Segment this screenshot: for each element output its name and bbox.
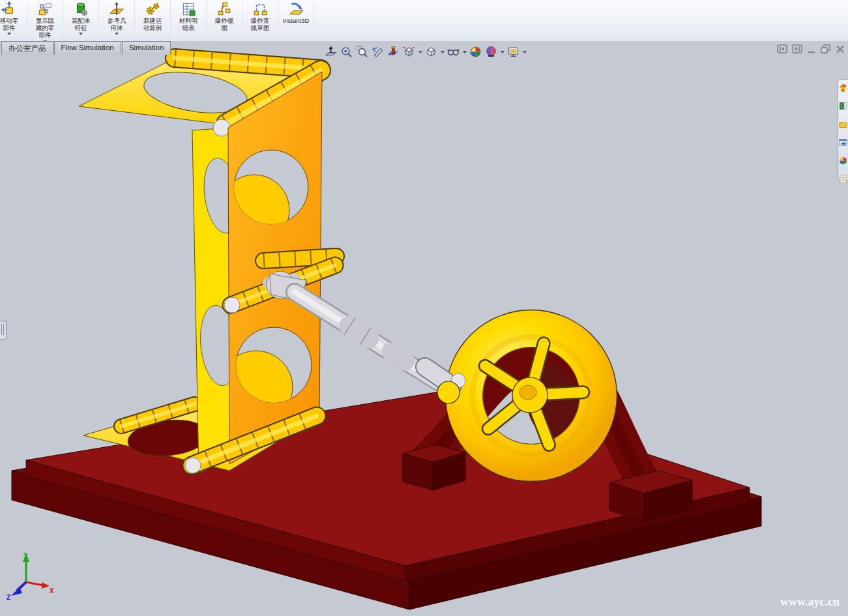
button-label: 移动零 部件 [0, 17, 18, 31]
model-viewport[interactable]: Y X Z www.ayc.cn [0, 41, 848, 616]
view-settings-dropdown-caret[interactable] [523, 51, 527, 53]
normal-to-icon[interactable] [324, 45, 338, 59]
graphics-area[interactable]: Y X Z www.ayc.cn 办公室产品 Flow Simulation S… [0, 41, 848, 616]
reference-geometry-button[interactable]: 参考几 何体 [99, 0, 135, 41]
view-palette-icon[interactable] [839, 138, 847, 149]
move-component-icon [1, 1, 17, 17]
feature-manager-collapsed-tab[interactable] [0, 321, 7, 340]
display-style-icon[interactable] [424, 45, 438, 59]
button-label: 爆炸视 图 [215, 17, 234, 31]
window-controls [777, 44, 845, 53]
display-style-dropdown-caret[interactable] [441, 51, 445, 53]
exploded-view-icon [216, 1, 232, 17]
task-pane-strip [838, 80, 848, 181]
appearances-scenes-icon[interactable] [839, 156, 847, 168]
dropdown-caret-icon[interactable] [79, 33, 83, 35]
collapse-right-pane-button[interactable] [792, 44, 802, 53]
collapse-left-pane-button[interactable] [777, 44, 787, 53]
hide-show-items-dropdown-caret[interactable] [463, 51, 467, 53]
previous-view-icon[interactable] [371, 45, 385, 59]
command-manager-tabs: 办公室产品 Flow Simulation Simulation [1, 41, 171, 55]
button-label: 显示隐 藏的零 部件 [36, 17, 55, 39]
show-hidden-components-button[interactable]: 显示隐 藏的零 部件 [27, 0, 63, 41]
button-label: 参考几 何体 [108, 17, 126, 31]
dropdown-caret-icon[interactable] [7, 33, 11, 35]
view-orientation-dropdown-caret[interactable] [418, 51, 422, 53]
button-label: 材料明 细表 [179, 17, 198, 31]
minimize-button[interactable] [807, 45, 816, 53]
exploded-view-button[interactable]: 爆炸视 图 [207, 0, 242, 41]
custom-properties-icon[interactable] [839, 174, 847, 186]
solidworks-resources-home-icon[interactable] [839, 83, 847, 95]
triad-y-label: Y [23, 552, 28, 559]
restore-button[interactable] [821, 44, 831, 53]
hinge-top-back [175, 58, 321, 69]
bill-of-materials-button[interactable]: 材料明 细表 [171, 0, 207, 41]
triad-x-label: X [50, 587, 54, 594]
apply-scene-dropdown-caret[interactable] [501, 51, 504, 53]
heads-up-view-toolbar [324, 45, 527, 59]
view-orientation-icon[interactable] [402, 45, 416, 59]
file-explorer-icon[interactable] [839, 119, 847, 131]
new-motion-study-icon [145, 1, 160, 17]
model-folding-tower[interactable] [79, 58, 336, 473]
assembly-features-button[interactable]: 装配体 特征 [63, 0, 99, 41]
apply-scene-icon[interactable] [484, 45, 498, 59]
button-label: 新建运 动算例 [143, 17, 162, 31]
tab-office-products[interactable]: 办公室产品 [1, 41, 53, 55]
section-view-icon[interactable] [387, 45, 400, 59]
zoom-to-area-icon[interactable] [355, 45, 369, 59]
instant3d-button[interactable]: Instant3D [278, 0, 314, 41]
edit-appearance-icon[interactable] [469, 45, 482, 59]
button-label: 装配体 特征 [72, 17, 91, 31]
triad-z-label: Z [7, 594, 10, 601]
zoom-to-fit-icon[interactable] [340, 45, 353, 59]
close-button[interactable] [836, 45, 845, 53]
button-label: 爆炸直 线草图 [251, 17, 270, 31]
reference-geometry-icon [109, 1, 124, 17]
orientation-triad: Y X Z [7, 552, 54, 601]
explode-line-sketch-icon [252, 1, 268, 17]
move-component-button[interactable]: 移动零 部件 [0, 0, 27, 41]
assembly-features-icon [73, 1, 89, 17]
explode-line-sketch-button[interactable]: 爆炸直 线草图 [242, 0, 278, 41]
hide-show-items-icon[interactable] [446, 45, 460, 59]
tab-flow-simulation[interactable]: Flow Simulation [54, 41, 121, 55]
design-library-icon[interactable] [839, 101, 847, 113]
dropdown-caret-icon[interactable] [115, 33, 119, 35]
command-manager-ribbon: 移动零 部件 显示隐 藏的零 部件 装配体 特征 参考几 何体 新建运 动算例 [0, 0, 848, 42]
tab-simulation[interactable]: Simulation [122, 41, 171, 55]
instant3d-icon [288, 1, 304, 17]
watermark: www.ayc.cn [780, 595, 840, 608]
bill-of-materials-icon [181, 1, 196, 17]
new-motion-study-button[interactable]: 新建运 动算例 [135, 0, 171, 41]
button-label: Instant3D [283, 17, 310, 24]
show-hidden-components-icon [37, 1, 53, 17]
view-settings-icon[interactable] [506, 45, 520, 59]
